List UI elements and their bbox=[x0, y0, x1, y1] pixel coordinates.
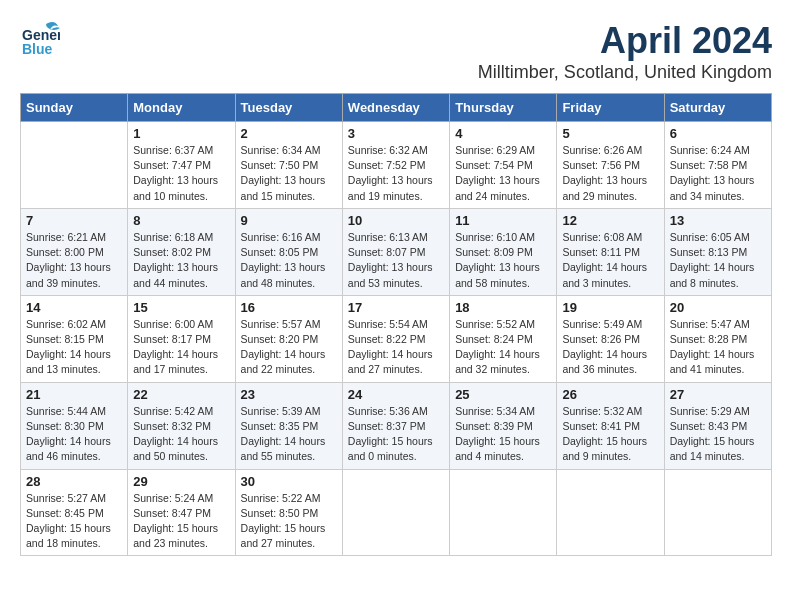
calendar-cell: 9Sunrise: 6:16 AM Sunset: 8:05 PM Daylig… bbox=[235, 208, 342, 295]
calendar-cell: 22Sunrise: 5:42 AM Sunset: 8:32 PM Dayli… bbox=[128, 382, 235, 469]
calendar-cell: 16Sunrise: 5:57 AM Sunset: 8:20 PM Dayli… bbox=[235, 295, 342, 382]
day-number: 22 bbox=[133, 387, 229, 402]
day-number: 25 bbox=[455, 387, 551, 402]
calendar-cell bbox=[557, 469, 664, 556]
calendar-cell bbox=[21, 122, 128, 209]
calendar-cell: 14Sunrise: 6:02 AM Sunset: 8:15 PM Dayli… bbox=[21, 295, 128, 382]
calendar-cell: 26Sunrise: 5:32 AM Sunset: 8:41 PM Dayli… bbox=[557, 382, 664, 469]
calendar-cell: 18Sunrise: 5:52 AM Sunset: 8:24 PM Dayli… bbox=[450, 295, 557, 382]
day-number: 4 bbox=[455, 126, 551, 141]
day-info: Sunrise: 6:10 AM Sunset: 8:09 PM Dayligh… bbox=[455, 230, 551, 291]
day-info: Sunrise: 6:00 AM Sunset: 8:17 PM Dayligh… bbox=[133, 317, 229, 378]
calendar-cell: 3Sunrise: 6:32 AM Sunset: 7:52 PM Daylig… bbox=[342, 122, 449, 209]
calendar-cell: 25Sunrise: 5:34 AM Sunset: 8:39 PM Dayli… bbox=[450, 382, 557, 469]
weekday-header-sunday: Sunday bbox=[21, 94, 128, 122]
calendar-cell bbox=[450, 469, 557, 556]
weekday-header-monday: Monday bbox=[128, 94, 235, 122]
calendar-cell: 17Sunrise: 5:54 AM Sunset: 8:22 PM Dayli… bbox=[342, 295, 449, 382]
day-info: Sunrise: 6:29 AM Sunset: 7:54 PM Dayligh… bbox=[455, 143, 551, 204]
day-number: 26 bbox=[562, 387, 658, 402]
day-info: Sunrise: 6:02 AM Sunset: 8:15 PM Dayligh… bbox=[26, 317, 122, 378]
day-info: Sunrise: 5:39 AM Sunset: 8:35 PM Dayligh… bbox=[241, 404, 337, 465]
day-number: 11 bbox=[455, 213, 551, 228]
day-info: Sunrise: 5:57 AM Sunset: 8:20 PM Dayligh… bbox=[241, 317, 337, 378]
calendar-cell: 15Sunrise: 6:00 AM Sunset: 8:17 PM Dayli… bbox=[128, 295, 235, 382]
day-info: Sunrise: 5:52 AM Sunset: 8:24 PM Dayligh… bbox=[455, 317, 551, 378]
day-info: Sunrise: 6:21 AM Sunset: 8:00 PM Dayligh… bbox=[26, 230, 122, 291]
day-info: Sunrise: 6:26 AM Sunset: 7:56 PM Dayligh… bbox=[562, 143, 658, 204]
day-number: 23 bbox=[241, 387, 337, 402]
day-info: Sunrise: 5:24 AM Sunset: 8:47 PM Dayligh… bbox=[133, 491, 229, 552]
day-number: 2 bbox=[241, 126, 337, 141]
calendar-cell: 2Sunrise: 6:34 AM Sunset: 7:50 PM Daylig… bbox=[235, 122, 342, 209]
day-info: Sunrise: 5:54 AM Sunset: 8:22 PM Dayligh… bbox=[348, 317, 444, 378]
day-number: 12 bbox=[562, 213, 658, 228]
day-number: 19 bbox=[562, 300, 658, 315]
day-number: 27 bbox=[670, 387, 766, 402]
calendar-cell: 12Sunrise: 6:08 AM Sunset: 8:11 PM Dayli… bbox=[557, 208, 664, 295]
calendar-cell: 8Sunrise: 6:18 AM Sunset: 8:02 PM Daylig… bbox=[128, 208, 235, 295]
day-number: 7 bbox=[26, 213, 122, 228]
day-info: Sunrise: 6:13 AM Sunset: 8:07 PM Dayligh… bbox=[348, 230, 444, 291]
calendar-cell: 19Sunrise: 5:49 AM Sunset: 8:26 PM Dayli… bbox=[557, 295, 664, 382]
day-number: 16 bbox=[241, 300, 337, 315]
calendar-cell: 6Sunrise: 6:24 AM Sunset: 7:58 PM Daylig… bbox=[664, 122, 771, 209]
calendar-cell: 21Sunrise: 5:44 AM Sunset: 8:30 PM Dayli… bbox=[21, 382, 128, 469]
calendar-cell: 28Sunrise: 5:27 AM Sunset: 8:45 PM Dayli… bbox=[21, 469, 128, 556]
day-number: 15 bbox=[133, 300, 229, 315]
calendar-table: SundayMondayTuesdayWednesdayThursdayFrid… bbox=[20, 93, 772, 556]
calendar-cell: 20Sunrise: 5:47 AM Sunset: 8:28 PM Dayli… bbox=[664, 295, 771, 382]
calendar-cell: 5Sunrise: 6:26 AM Sunset: 7:56 PM Daylig… bbox=[557, 122, 664, 209]
svg-text:Blue: Blue bbox=[22, 41, 53, 57]
weekday-header-wednesday: Wednesday bbox=[342, 94, 449, 122]
day-number: 9 bbox=[241, 213, 337, 228]
day-number: 3 bbox=[348, 126, 444, 141]
calendar-cell: 23Sunrise: 5:39 AM Sunset: 8:35 PM Dayli… bbox=[235, 382, 342, 469]
calendar-cell bbox=[664, 469, 771, 556]
day-number: 28 bbox=[26, 474, 122, 489]
calendar-cell: 30Sunrise: 5:22 AM Sunset: 8:50 PM Dayli… bbox=[235, 469, 342, 556]
day-info: Sunrise: 5:44 AM Sunset: 8:30 PM Dayligh… bbox=[26, 404, 122, 465]
calendar-cell: 29Sunrise: 5:24 AM Sunset: 8:47 PM Dayli… bbox=[128, 469, 235, 556]
day-info: Sunrise: 5:27 AM Sunset: 8:45 PM Dayligh… bbox=[26, 491, 122, 552]
day-number: 20 bbox=[670, 300, 766, 315]
day-info: Sunrise: 5:47 AM Sunset: 8:28 PM Dayligh… bbox=[670, 317, 766, 378]
month-title: April 2024 bbox=[478, 20, 772, 62]
title-area: April 2024 Milltimber, Scotland, United … bbox=[478, 20, 772, 83]
day-number: 8 bbox=[133, 213, 229, 228]
calendar-cell: 27Sunrise: 5:29 AM Sunset: 8:43 PM Dayli… bbox=[664, 382, 771, 469]
day-info: Sunrise: 6:18 AM Sunset: 8:02 PM Dayligh… bbox=[133, 230, 229, 291]
day-info: Sunrise: 6:37 AM Sunset: 7:47 PM Dayligh… bbox=[133, 143, 229, 204]
calendar-cell: 10Sunrise: 6:13 AM Sunset: 8:07 PM Dayli… bbox=[342, 208, 449, 295]
day-number: 6 bbox=[670, 126, 766, 141]
calendar-week-row: 7Sunrise: 6:21 AM Sunset: 8:00 PM Daylig… bbox=[21, 208, 772, 295]
calendar-cell: 1Sunrise: 6:37 AM Sunset: 7:47 PM Daylig… bbox=[128, 122, 235, 209]
weekday-header-row: SundayMondayTuesdayWednesdayThursdayFrid… bbox=[21, 94, 772, 122]
calendar-cell: 13Sunrise: 6:05 AM Sunset: 8:13 PM Dayli… bbox=[664, 208, 771, 295]
location-title: Milltimber, Scotland, United Kingdom bbox=[478, 62, 772, 83]
day-info: Sunrise: 5:49 AM Sunset: 8:26 PM Dayligh… bbox=[562, 317, 658, 378]
day-info: Sunrise: 6:16 AM Sunset: 8:05 PM Dayligh… bbox=[241, 230, 337, 291]
day-info: Sunrise: 6:08 AM Sunset: 8:11 PM Dayligh… bbox=[562, 230, 658, 291]
weekday-header-saturday: Saturday bbox=[664, 94, 771, 122]
calendar-cell: 24Sunrise: 5:36 AM Sunset: 8:37 PM Dayli… bbox=[342, 382, 449, 469]
calendar-cell: 7Sunrise: 6:21 AM Sunset: 8:00 PM Daylig… bbox=[21, 208, 128, 295]
day-number: 24 bbox=[348, 387, 444, 402]
calendar-cell: 4Sunrise: 6:29 AM Sunset: 7:54 PM Daylig… bbox=[450, 122, 557, 209]
day-number: 5 bbox=[562, 126, 658, 141]
calendar-week-row: 1Sunrise: 6:37 AM Sunset: 7:47 PM Daylig… bbox=[21, 122, 772, 209]
day-info: Sunrise: 5:34 AM Sunset: 8:39 PM Dayligh… bbox=[455, 404, 551, 465]
day-number: 21 bbox=[26, 387, 122, 402]
calendar-week-row: 14Sunrise: 6:02 AM Sunset: 8:15 PM Dayli… bbox=[21, 295, 772, 382]
weekday-header-tuesday: Tuesday bbox=[235, 94, 342, 122]
day-info: Sunrise: 5:22 AM Sunset: 8:50 PM Dayligh… bbox=[241, 491, 337, 552]
day-info: Sunrise: 6:34 AM Sunset: 7:50 PM Dayligh… bbox=[241, 143, 337, 204]
day-number: 10 bbox=[348, 213, 444, 228]
day-info: Sunrise: 6:32 AM Sunset: 7:52 PM Dayligh… bbox=[348, 143, 444, 204]
calendar-week-row: 21Sunrise: 5:44 AM Sunset: 8:30 PM Dayli… bbox=[21, 382, 772, 469]
logo: General Blue bbox=[20, 20, 60, 60]
day-info: Sunrise: 6:24 AM Sunset: 7:58 PM Dayligh… bbox=[670, 143, 766, 204]
page-header: General Blue April 2024 Milltimber, Scot… bbox=[20, 20, 772, 83]
day-number: 18 bbox=[455, 300, 551, 315]
day-number: 13 bbox=[670, 213, 766, 228]
